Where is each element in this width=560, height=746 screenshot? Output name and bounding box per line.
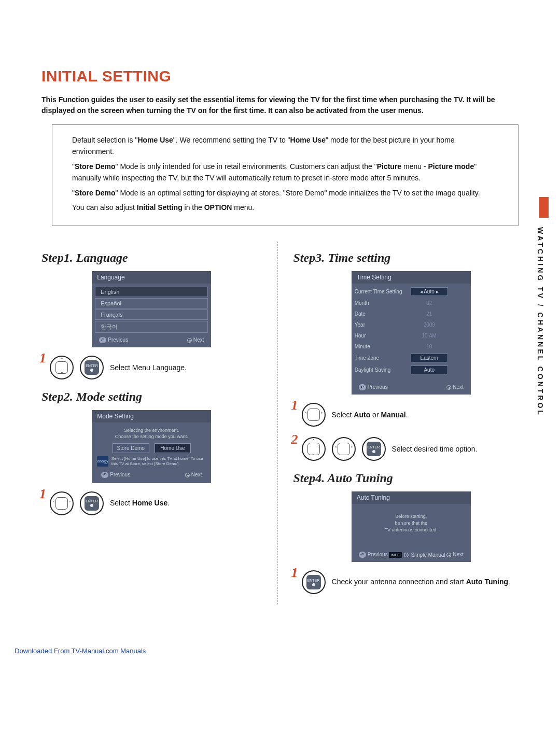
dpad-leftright-icon: ˂ ˃ <box>332 437 356 461</box>
info-badge: INFO <box>389 552 402 558</box>
enter-button-icon: ENTER <box>80 491 104 515</box>
time-instruction-1: 1 ˂ ˃ Select Auto or Manual. <box>293 403 529 427</box>
previous-button[interactable]: ↶Previous <box>101 472 130 478</box>
next-button[interactable]: Next <box>446 384 464 390</box>
time-row-key: Daylight Saving <box>355 367 411 373</box>
time-row: Hour10 AM <box>355 330 468 341</box>
mode-panel-msg: Selecting the environment. Choose the se… <box>97 428 206 440</box>
infobox-p2: "Store Demo" Mode is only intended for u… <box>72 161 498 184</box>
enter-button-icon: ENTER <box>80 356 104 379</box>
time-row-value[interactable]: ◂ Auto ▸ <box>411 287 448 296</box>
back-icon: ↶ <box>359 384 366 390</box>
time-row-key: Month <box>355 300 411 306</box>
time-row-value: 10 AM <box>411 332 448 340</box>
step-number-1: 1 <box>39 350 46 366</box>
time-row-value: 21 <box>411 310 448 318</box>
home-use-button[interactable]: Home Use <box>155 443 191 453</box>
dpad-updown-icon: ˄ ˅ <box>302 437 326 461</box>
info-icon: i <box>404 553 409 557</box>
back-icon: ↶ <box>359 552 366 558</box>
lead-paragraph: This Function guides the user to easily … <box>41 94 529 116</box>
time-row-value[interactable]: Eastern <box>411 354 448 362</box>
ok-icon <box>446 553 451 557</box>
language-option-francais[interactable]: Français <box>95 309 208 320</box>
mode-hint: energy Select [Home Use] to use this TV … <box>97 456 206 467</box>
next-button[interactable]: Next <box>185 472 202 478</box>
step-number-1: 1 <box>291 398 298 413</box>
time-row: Daylight SavingAuto <box>355 364 468 376</box>
time-row-value[interactable]: Auto <box>411 365 448 374</box>
time-row: Date21 <box>355 308 468 319</box>
time-panel-title: Time Setting <box>352 271 471 284</box>
previous-button[interactable]: ↶Previous <box>99 337 128 343</box>
footer-link[interactable]: Downloaded From TV-Manual.com Manuals <box>15 647 146 655</box>
time-instruction-2: 2 ˄ ˅ ˂ ˃ ENTER Select desired time opti… <box>293 437 529 461</box>
step4-heading: Step4. Auto Tuning <box>293 471 529 485</box>
time-row: Month02 <box>355 298 468 308</box>
infobox-p4: You can also adjust Initial Setting in t… <box>72 202 498 213</box>
time-row: Minute10 <box>355 341 468 352</box>
auto-tuning-instruction: 1 ENTER Check your antenna connection an… <box>293 570 529 594</box>
info-box: Default selection is "Home Use". We reco… <box>52 124 519 226</box>
time-row: Time ZoneEastern <box>355 352 468 364</box>
dpad-leftright-icon: ˂ ˃ <box>302 403 326 427</box>
dpad-leftright-icon: ˂ ˃ <box>50 491 74 515</box>
enter-button-icon: ENTER <box>362 437 386 461</box>
mode-panel-title: Mode Setting <box>92 410 211 423</box>
auto-tuning-panel: Auto Tuning Before starting, be sure tha… <box>352 491 471 562</box>
side-tab: WATCHING TV / CHANNEL CONTROL <box>536 197 549 456</box>
auto-tuning-body: Before starting, be sure that the TV ant… <box>352 504 471 546</box>
language-instruction: 1 ˄ ˅ ENTER Select Menu Language. <box>41 356 262 379</box>
instruction-text: Select Auto or Manual. <box>332 410 408 420</box>
step1-heading: Step1. Language <box>41 251 262 265</box>
time-row: Current Time Setting◂ Auto ▸ <box>355 286 468 298</box>
language-option-espanol[interactable]: Español <box>95 298 208 308</box>
previous-button[interactable]: ↶Previous <box>359 384 388 390</box>
time-row-key: Hour <box>355 333 411 339</box>
language-option-english[interactable]: English <box>95 287 208 297</box>
infobox-p1: Default selection is "Home Use". We reco… <box>72 134 498 158</box>
step3-heading: Step3. Time setting <box>293 251 529 265</box>
next-button[interactable]: Next <box>446 552 464 558</box>
step-number-1: 1 <box>39 486 46 502</box>
previous-button[interactable]: ↶Previous <box>359 552 388 558</box>
ok-icon <box>185 473 190 477</box>
next-button[interactable]: Next <box>187 337 204 343</box>
instruction-text: Select Home Use. <box>110 498 170 509</box>
ok-icon <box>446 385 451 390</box>
step2-heading: Step2. Mode setting <box>41 390 262 404</box>
time-row-key: Time Zone <box>355 355 411 361</box>
time-row-value: 10 <box>411 343 448 350</box>
simple-manual-button[interactable]: INFO i Simple Manual <box>389 552 445 558</box>
mode-panel: Mode Setting Selecting the environment. … <box>92 410 211 483</box>
instruction-text: Select desired time option. <box>392 444 478 455</box>
time-panel: Time Setting Current Time Setting◂ Auto … <box>352 271 471 395</box>
time-row-key: Minute <box>355 344 411 349</box>
mode-instruction: 1 ˂ ˃ ENTER Select Home Use. <box>41 491 262 515</box>
step-number-2: 2 <box>291 432 298 447</box>
enter-button-icon: ENTER <box>302 570 326 594</box>
auto-tuning-title: Auto Tuning <box>352 491 471 504</box>
side-tab-marker <box>539 197 549 218</box>
instruction-text: Check your antenna connection and start … <box>332 577 510 587</box>
language-list: English Español Français 한국어 ↶Previous N… <box>92 284 211 347</box>
time-row-key: Year <box>355 322 411 328</box>
dpad-updown-icon: ˄ ˅ <box>50 356 74 379</box>
time-row-value: 2009 <box>411 321 448 329</box>
time-row: Year2009 <box>355 319 468 330</box>
energy-star-icon: energy <box>97 456 108 467</box>
language-panel-title: Language <box>92 271 211 284</box>
back-icon: ↶ <box>101 472 108 478</box>
time-row-key: Date <box>355 311 411 317</box>
page-title: INITIAL SETTING <box>41 67 529 85</box>
back-icon: ↶ <box>99 337 106 343</box>
time-row-value: 02 <box>411 299 448 307</box>
ok-icon <box>187 338 192 343</box>
language-panel: Language English Español Français 한국어 ↶P… <box>92 271 211 347</box>
language-option-korean[interactable]: 한국어 <box>95 321 208 333</box>
side-tab-text: WATCHING TV / CHANNEL CONTROL <box>536 227 544 417</box>
step-number-1: 1 <box>291 565 298 581</box>
store-demo-button[interactable]: Store Demo <box>113 443 149 453</box>
time-row-key: Current Time Setting <box>355 289 411 294</box>
infobox-p3: "Store Demo" Mode is an optimal setting … <box>72 187 498 199</box>
